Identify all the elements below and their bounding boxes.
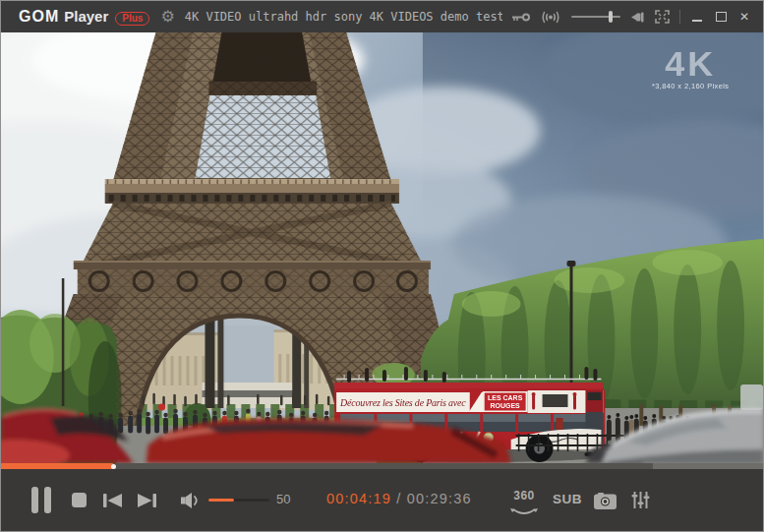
app-logo: GOM Player Plus [19,8,149,26]
time-display: 00:04:19 / 00:29:36 [326,491,472,506]
gear-icon[interactable]: ⚙ [160,9,174,25]
360-label: 360 [509,489,539,502]
titlebar[interactable]: GOM Player Plus ⚙ 4K VIDEO ultrahd hdr s… [1,1,763,32]
volume-fill [208,499,234,502]
360-rotation-icon [510,508,538,516]
pause-icon [31,487,38,513]
bus-slogan-text: Découvrez les Sites de Paris avec [339,397,466,408]
previous-button[interactable] [103,494,122,511]
bus-brand-bottom: ROUGES [491,402,521,409]
snapshot-button[interactable] [594,493,617,513]
volume-value: 50 [276,492,290,506]
video-display-area[interactable]: Découvrez les Sites de Paris avec LES CA… [1,32,763,463]
next-button[interactable] [138,494,156,511]
stop-button[interactable] [72,493,87,507]
progress-handle[interactable] [111,464,116,469]
pause-icon [44,487,51,513]
time-total: 00:29:36 [407,491,472,506]
equalizer-button[interactable] [631,492,650,512]
maximize-icon [716,12,727,22]
volume-icon [181,493,202,508]
previous-icon [103,494,122,507]
titlebar-divider [679,10,680,24]
camera-icon [594,493,617,509]
broadcast-icon[interactable] [540,11,561,24]
watermark-text: 4K [665,43,716,84]
subtitle-button[interactable]: SUB [553,492,582,506]
time-separator: / [396,491,406,506]
titlebar-slider[interactable] [571,10,620,24]
titlebar-slider-handle[interactable] [609,11,613,23]
volume-button[interactable] [181,493,202,512]
close-button[interactable]: ✕ [737,9,751,25]
time-current: 00:04:19 [326,491,391,506]
control-bar: 50 00:04:19 / 00:29:36 360 SUB [1,469,763,531]
pause-button[interactable] [31,487,51,513]
gom-player-window: GOM Player Plus ⚙ 4K VIDEO ultrahd hdr s… [0,0,764,532]
volume-slider[interactable] [208,499,269,502]
plus-badge: Plus [115,12,149,26]
key-icon[interactable] [510,11,530,24]
pin-icon[interactable] [630,11,645,24]
car-light-sliver [740,384,763,410]
bus-brand-top: LES CARS [488,394,523,401]
logo-player: Player [64,8,108,25]
minimize-icon [692,20,702,22]
equalizer-icon [631,492,650,508]
titlebar-slider-track [571,16,620,18]
minimize-button[interactable] [690,9,704,25]
logo-gom: GOM [19,8,59,26]
window-title: 4K VIDEO ultrahd hdr sony 4K VIDEOS demo… [185,10,502,24]
360-vr-button[interactable]: 360 [509,489,539,520]
fullscreen-icon[interactable] [655,10,670,24]
next-icon [138,494,156,507]
watermark-subtitle: *3,840 x 2,160 Pixels [652,82,730,90]
maximize-button[interactable] [714,9,728,25]
